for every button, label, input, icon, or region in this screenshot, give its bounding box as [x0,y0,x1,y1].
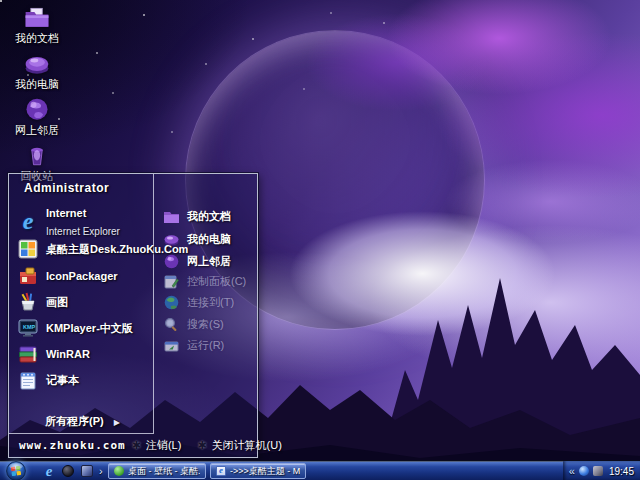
zhuoku-site-link[interactable]: www.zhuoku.com [19,439,126,452]
start-menu-item-kmplayer[interactable]: KMP KMPlayer-中文版 [17,317,149,339]
taskbar-clock: 19:45 [609,466,634,477]
desktop-icon-my-computer[interactable]: 我的电脑 [4,50,70,95]
program-title: Internet [46,207,86,219]
log-off-label: 注销(L) [146,438,181,453]
place-label: 运行(R) [187,338,224,353]
task-button-label: 桌面 - 壁纸 - 桌酷... [128,465,200,478]
place-network-places[interactable]: 网上邻居 [163,253,259,270]
quick-launch-internet-explorer-icon[interactable]: e [42,464,56,478]
system-tray: « 19:45 [563,461,640,480]
log-off-icon: ✱ [132,440,141,451]
place-label: 控制面板(C) [187,274,246,289]
place-my-computer[interactable]: 我的电脑 [163,231,259,248]
network-places-icon [22,96,52,124]
desktop: 我的文档 我的电脑 网上邻居 [0,0,640,480]
my-computer-icon [163,231,180,248]
start-menu-item-iconpackager[interactable]: IconPackager [17,265,149,287]
shut-down-icon: ✱ [197,440,206,451]
place-my-documents[interactable]: 我的文档 [163,208,259,225]
task-button-zhuoku-theme[interactable]: ->>>桌酷主题 - Mi... [210,463,306,479]
place-label: 连接到(T) [187,295,234,310]
place-label: 我的电脑 [187,232,231,247]
start-button[interactable] [6,461,26,480]
my-computer-icon [22,50,52,78]
quick-launch-media-player-icon[interactable] [61,464,75,478]
desktop-icon-label: 我的文档 [4,32,70,44]
place-run[interactable]: 运行(R) [163,337,259,354]
program-title: 画图 [46,295,68,310]
program-subtitle: Internet Explorer [46,226,120,237]
start-menu-user-name: Administrator [24,181,109,195]
taskbar: e › 桌面 - 壁纸 - 桌酷... ->>>桌酷主题 - Mi... « 1… [0,460,640,480]
all-programs-arrow-icon: ▶ [114,418,120,427]
shut-down-label: 关闭计算机(U) [212,438,282,453]
my-documents-icon [22,4,52,32]
desktop-icon-my-documents[interactable]: 我的文档 [4,4,70,49]
desktop-icon-list: 我的文档 我的电脑 网上邻居 [4,4,70,188]
place-connect-to[interactable]: 连接到(T) [163,294,259,311]
program-title: 记事本 [46,373,79,388]
place-label: 搜索(S) [187,317,224,332]
notepad-icon [17,369,39,391]
program-title: IconPackager [46,270,118,282]
iconpackager-icon [17,265,39,287]
connect-to-icon [163,294,180,311]
start-menu-programs-panel: Administrator e Internet Internet Explor… [9,174,154,434]
start-menu-places-panel: 我的文档 我的电脑 网上邻居 控制面板(C) [155,174,257,434]
program-title: WinRAR [46,348,90,360]
all-programs-button[interactable]: 所有程序(P)▶ [9,414,153,429]
start-menu: Administrator e Internet Internet Explor… [8,173,258,458]
internet-explorer-icon: e [17,210,39,232]
desktop-icon-network-places[interactable]: 网上邻居 [4,96,70,141]
run-icon [163,337,180,354]
recycle-bin-icon [22,142,52,170]
start-menu-footer: www.zhuoku.com ✱ 注销(L) ✱ 关闭计算机(U) [9,433,257,457]
place-control-panel[interactable]: 控制面板(C) [163,273,259,290]
tray-collapse-chevron-icon[interactable]: « [569,465,575,477]
shut-down-button[interactable]: ✱ 关闭计算机(U) [197,438,282,453]
quick-launch-app-icon[interactable] [80,464,94,478]
zhuoku-theme-icon [17,238,39,260]
task-button-icon [114,466,124,476]
all-programs-label: 所有程序(P) [45,415,104,427]
tray-volume-icon[interactable] [593,466,603,476]
search-icon [163,316,180,333]
start-menu-item-internet-explorer[interactable]: e Internet Internet Explorer [17,203,149,239]
paint-icon [17,291,39,313]
place-label: 我的文档 [187,209,231,224]
desktop-icon-label: 我的电脑 [4,78,70,90]
wallpaper-stars [0,0,2,2]
control-panel-icon [163,273,180,290]
desktop-icon-label: 网上邻居 [4,124,70,136]
program-title: KMPlayer-中文版 [46,321,133,336]
winrar-icon [17,343,39,365]
task-button-desktop-wallpaper[interactable]: 桌面 - 壁纸 - 桌酷... [108,463,206,479]
log-off-button[interactable]: ✱ 注销(L) [132,438,182,453]
task-button-label: ->>>桌酷主题 - Mi... [230,465,300,478]
my-documents-icon [163,208,180,225]
network-places-icon [163,253,180,270]
start-menu-item-winrar[interactable]: WinRAR [17,343,149,365]
kmplayer-icon: KMP [17,317,39,339]
tray-network-icon[interactable] [579,466,589,476]
place-search[interactable]: 搜索(S) [163,316,259,333]
start-menu-item-paint[interactable]: 画图 [17,291,149,313]
quick-launch-overflow-chevron-icon[interactable]: › [99,465,103,477]
start-menu-item-notepad[interactable]: 记事本 [17,369,149,391]
task-button-icon [216,466,226,476]
svg-text:KMP: KMP [23,324,36,330]
place-label: 网上邻居 [187,254,231,269]
start-menu-item-zhuoku-theme[interactable]: 桌酷主题Desk.ZhuoKu.Com [17,238,149,260]
quick-launch-bar: e › [42,461,103,480]
